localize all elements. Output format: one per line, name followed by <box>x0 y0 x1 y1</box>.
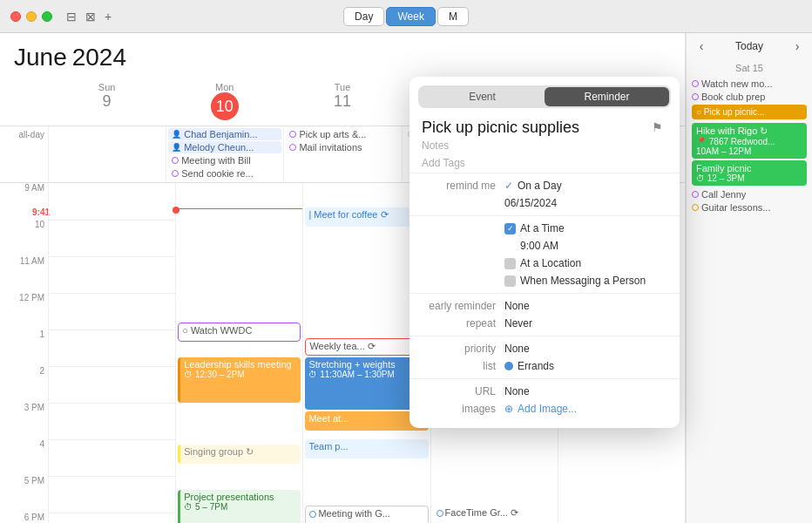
event-text: Melody Cheun... <box>184 142 254 153</box>
at-location-checkbox[interactable] <box>504 258 516 269</box>
event-title: FaceTime Gr... <box>445 507 508 518</box>
images-value[interactable]: ⊕ Add Image... <box>504 403 667 415</box>
allday-event[interactable]: 👤 Chad Benjamin... <box>168 128 281 140</box>
errands-dot <box>504 362 513 370</box>
today-button[interactable]: Today <box>735 40 763 52</box>
day-view-button[interactable]: Day <box>343 7 384 26</box>
list-row: list Errands <box>409 357 680 375</box>
add-icon[interactable]: + <box>105 10 112 24</box>
url-label: URL <box>422 385 504 397</box>
popup-notes[interactable]: Notes <box>409 138 680 153</box>
at-location-row: At a Location <box>409 255 680 272</box>
right-event-family-block[interactable]: Family picnic ⏱ 12 – 3PM <box>692 160 807 186</box>
time-gutter-header <box>0 80 48 122</box>
event-sync-icon: ⟳ <box>511 507 518 518</box>
day-abbr-tue: Tue <box>335 82 351 92</box>
event-text: Send cookie re... <box>181 168 254 179</box>
event-dot <box>289 131 296 138</box>
at-time-text: At a Time <box>520 222 565 234</box>
allday-event[interactable]: Send cookie re... <box>168 167 281 180</box>
event-title: Family picnic <box>696 163 802 173</box>
hour-line <box>49 256 175 257</box>
leadership-event[interactable]: Leadership skills meeting ⏱ 12:30 – 2PM <box>178 357 301 403</box>
messaging-checkbox[interactable] <box>504 275 516 287</box>
day-num-tue: 11 <box>283 92 401 111</box>
hour-line <box>49 403 175 404</box>
right-event-guitar[interactable]: Guitar lessons... <box>692 202 807 213</box>
right-event-picnic-block[interactable]: ○ Pick up picnic... <box>692 105 807 119</box>
event-dot <box>289 144 296 151</box>
day-header-tue[interactable]: Tue 11 <box>283 80 401 122</box>
week-view-button[interactable]: Week <box>386 7 435 26</box>
close-button[interactable] <box>10 11 21 22</box>
grid-col-sun[interactable] <box>48 183 175 523</box>
event-sync-icon: ⟳ <box>368 341 376 351</box>
sidebar-toggle-icon[interactable]: ⊟ <box>66 10 77 24</box>
fullscreen-button[interactable] <box>42 11 52 22</box>
hour-line <box>49 439 175 440</box>
priority-label: priority <box>422 343 504 355</box>
inbox-icon[interactable]: ⊠ <box>85 10 96 24</box>
reminder-popup[interactable]: Event Reminder Pick up picnic supplies ⚑… <box>409 77 680 428</box>
watch-wwdc-event[interactable]: ○ Watch WWDC <box>178 323 301 342</box>
allday-event[interactable]: 👤 Melody Cheun... <box>168 141 281 153</box>
event-icon: 👤 <box>172 130 181 139</box>
day-header-mon[interactable]: Mon 10 <box>166 80 283 122</box>
project-presentations-event[interactable]: Project presentations ⏱ 5 – 7PM <box>178 490 301 523</box>
prev-month-button[interactable]: ‹ <box>694 38 709 54</box>
date-row: 06/15/2024 <box>409 194 680 212</box>
allday-event[interactable]: Pick up arts &... <box>286 128 399 140</box>
early-reminder-value[interactable]: None <box>504 300 667 312</box>
url-value[interactable]: None <box>504 385 667 397</box>
right-event-bookclub[interactable]: Book club prep <box>692 92 807 102</box>
right-day-label: Sat 15 <box>687 59 812 75</box>
reminder-tab[interactable]: Reminder <box>545 87 669 106</box>
event-title: Team p... <box>308 441 348 452</box>
flag-button[interactable]: ⚑ <box>646 117 667 138</box>
at-time-checkbox[interactable]: ✓ <box>504 223 516 234</box>
divider4 <box>409 378 680 379</box>
day-header-sun[interactable]: Sun 9 <box>48 80 166 122</box>
next-month-button[interactable]: › <box>789 38 805 54</box>
remind-me-value[interactable]: ✓ On a Day <box>504 180 667 192</box>
right-event-hike-block[interactable]: Hike with Rigo ↻ 📍 7867 Redwood... 10AM … <box>692 123 807 159</box>
meeting-g-event[interactable]: Meeting with G... <box>305 506 428 523</box>
at-time-value[interactable]: ✓ At a Time <box>504 222 667 234</box>
facetime-event[interactable]: FaceTime Gr... ⟳ <box>433 506 556 523</box>
event-dot <box>692 191 699 198</box>
list-value[interactable]: Errands <box>504 360 667 372</box>
allday-event[interactable]: Meeting with Bill <box>168 154 281 166</box>
event-time: ⏱ 11:30AM – 1:30PM <box>308 370 424 379</box>
event-tab[interactable]: Event <box>420 87 545 106</box>
event-dot <box>172 170 179 177</box>
popup-title: Pick up picnic supplies <box>422 119 579 137</box>
grid-col-mon[interactable]: ○ Watch WWDC Leadership skills meeting ⏱… <box>175 183 302 523</box>
right-event-jenny[interactable]: Call Jenny <box>692 189 807 200</box>
time-value-row: 9:00 AM <box>409 237 680 255</box>
event-title: Hike with Rigo ↻ <box>696 126 802 137</box>
allday-col-mon: 👤 Chad Benjamin... 👤 Melody Cheun... Mee… <box>166 126 283 182</box>
images-label: images <box>422 403 504 415</box>
time-label-2pm: 2 <box>39 366 44 376</box>
messaging-value[interactable]: When Messaging a Person <box>504 275 667 287</box>
hour-line <box>49 513 175 513</box>
repeat-value[interactable]: Never <box>504 317 667 329</box>
right-event-watch[interactable]: Watch new mo... <box>692 78 807 89</box>
team-p-event[interactable]: Team p... <box>305 439 428 458</box>
time-label-5pm: 5 PM <box>24 476 44 486</box>
early-reminder-label: early reminder <box>422 300 504 312</box>
at-location-value[interactable]: At a Location <box>504 257 667 269</box>
time-value[interactable]: 9:00 AM <box>504 240 667 252</box>
singing-group-event[interactable]: Singing group ↻ <box>178 445 301 464</box>
date-value[interactable]: 06/15/2024 <box>504 197 667 209</box>
allday-event[interactable]: Mail invitations <box>286 141 399 153</box>
event-text: Guitar lessons... <box>701 202 770 213</box>
priority-value[interactable]: None <box>504 343 667 355</box>
event-location: 📍 7867 Redwood... <box>696 137 802 146</box>
event-dot <box>309 511 316 518</box>
time-labels: 9 AM 10 11 AM 12 PM 1 2 3 PM 4 5 PM 6 PM… <box>0 183 48 523</box>
event-title: | Meet for coffee <box>308 209 377 220</box>
minimize-button[interactable] <box>26 11 37 22</box>
month-view-button[interactable]: M <box>437 7 469 26</box>
popup-tags[interactable]: Add Tags <box>409 153 680 173</box>
